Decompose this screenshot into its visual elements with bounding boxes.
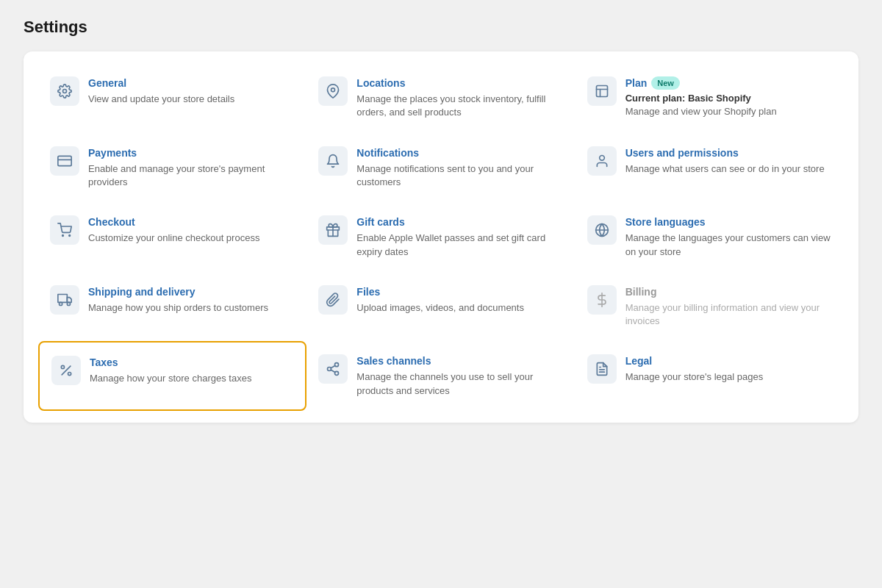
svg-point-17 xyxy=(67,302,70,305)
store-languages-description: Manage the languages your customers can … xyxy=(625,232,832,258)
setting-item-gift-cards[interactable]: Gift cardsEnable Apple Wallet passes and… xyxy=(306,202,575,272)
svg-marker-15 xyxy=(67,297,71,302)
gift-cards-title: Gift cards xyxy=(356,215,563,229)
locations-title: Locations xyxy=(356,76,563,90)
billing-text: BillingManage your billing information a… xyxy=(625,285,832,329)
payments-title: Payments xyxy=(88,146,295,159)
svg-rect-2 xyxy=(596,86,607,97)
users-permissions-icon xyxy=(587,146,617,176)
notifications-title: Notifications xyxy=(356,146,563,159)
setting-item-general[interactable]: GeneralView and update your store detail… xyxy=(38,63,306,133)
setting-item-notifications[interactable]: NotificationsManage notifications sent t… xyxy=(306,133,575,203)
plan-title: PlanNew xyxy=(625,76,832,90)
plan-badge: New xyxy=(651,76,680,90)
billing-title: Billing xyxy=(625,285,832,298)
setting-item-billing[interactable]: BillingManage your billing information a… xyxy=(576,272,844,342)
svg-point-8 xyxy=(62,235,64,237)
svg-point-0 xyxy=(63,90,67,93)
plan-icon xyxy=(587,76,617,106)
taxes-text: TaxesManage how your store charges taxes xyxy=(90,356,293,385)
notifications-text: NotificationsManage notifications sent t… xyxy=(356,146,563,190)
locations-icon xyxy=(318,76,348,106)
general-icon xyxy=(50,76,79,106)
svg-line-19 xyxy=(62,366,71,375)
svg-rect-14 xyxy=(58,294,68,302)
users-permissions-description: Manage what users can see or do in your … xyxy=(625,162,832,176)
sales-channels-text: Sales channelsManage the channels you us… xyxy=(356,354,563,398)
svg-point-21 xyxy=(68,373,71,376)
setting-item-locations[interactable]: LocationsManage the places you stock inv… xyxy=(306,63,575,133)
general-title: General xyxy=(88,76,295,90)
setting-item-sales-channels[interactable]: Sales channelsManage the channels you us… xyxy=(306,341,575,411)
svg-point-20 xyxy=(61,366,64,369)
users-permissions-title: Users and permissions xyxy=(625,146,832,159)
files-text: FilesUpload images, videos, and document… xyxy=(356,285,563,315)
sales-channels-description: Manage the channels you use to sell your… xyxy=(356,370,563,397)
files-title: Files xyxy=(356,285,563,298)
setting-item-shipping-delivery[interactable]: Shipping and deliveryManage how you ship… xyxy=(38,272,306,342)
files-icon xyxy=(318,285,348,315)
files-description: Upload images, videos, and documents xyxy=(356,301,563,315)
setting-item-legal[interactable]: LegalManage your store's legal pages xyxy=(576,341,844,411)
checkout-text: CheckoutCustomize your online checkout p… xyxy=(88,215,295,245)
shipping-delivery-title: Shipping and delivery xyxy=(88,285,295,298)
users-permissions-text: Users and permissionsManage what users c… xyxy=(625,146,832,176)
payments-text: PaymentsEnable and manage your store's p… xyxy=(88,146,295,190)
locations-description: Manage the places you stock inventory, f… xyxy=(356,93,563,119)
plan-description: Manage and view your Shopify plan xyxy=(625,105,832,118)
store-languages-title: Store languages xyxy=(625,215,832,229)
svg-point-16 xyxy=(60,302,62,305)
settings-grid: GeneralView and update your store detail… xyxy=(38,63,844,411)
shipping-delivery-icon xyxy=(50,285,79,315)
page-title: Settings xyxy=(24,18,858,37)
svg-line-26 xyxy=(331,366,335,368)
plan-subtitle: Current plan: Basic Shopify xyxy=(625,93,832,104)
checkout-description: Customize your online checkout process xyxy=(88,232,295,245)
billing-icon xyxy=(587,285,617,315)
svg-rect-5 xyxy=(58,156,71,165)
billing-description: Manage your billing information and view… xyxy=(625,301,832,328)
legal-text: LegalManage your store's legal pages xyxy=(625,354,832,384)
shipping-delivery-text: Shipping and deliveryManage how you ship… xyxy=(88,285,295,315)
plan-text: PlanNewCurrent plan: Basic ShopifyManage… xyxy=(625,76,832,118)
gift-cards-description: Enable Apple Wallet passes and set gift … xyxy=(356,232,563,258)
payments-icon xyxy=(50,146,79,176)
general-text: GeneralView and update your store detail… xyxy=(88,76,295,106)
payments-description: Enable and manage your store's payment p… xyxy=(88,162,295,189)
locations-text: LocationsManage the places you stock inv… xyxy=(356,76,563,120)
setting-item-payments[interactable]: PaymentsEnable and manage your store's p… xyxy=(38,133,306,203)
shipping-delivery-description: Manage how you ship orders to customers xyxy=(88,301,295,315)
svg-point-1 xyxy=(331,88,335,92)
setting-item-plan[interactable]: PlanNewCurrent plan: Basic ShopifyManage… xyxy=(576,63,844,133)
notifications-icon xyxy=(318,146,348,176)
setting-item-files[interactable]: FilesUpload images, videos, and document… xyxy=(306,272,575,342)
svg-point-9 xyxy=(69,235,71,237)
sales-channels-icon xyxy=(318,354,348,384)
legal-description: Manage your store's legal pages xyxy=(625,370,832,384)
store-languages-text: Store languagesManage the languages your… xyxy=(625,215,832,259)
taxes-icon xyxy=(51,356,81,385)
legal-icon xyxy=(587,354,617,384)
checkout-icon xyxy=(50,215,79,245)
setting-item-taxes[interactable]: TaxesManage how your store charges taxes xyxy=(38,341,306,411)
gift-cards-text: Gift cardsEnable Apple Wallet passes and… xyxy=(356,215,563,259)
settings-card: GeneralView and update your store detail… xyxy=(24,51,858,423)
setting-item-checkout[interactable]: CheckoutCustomize your online checkout p… xyxy=(38,202,306,272)
notifications-description: Manage notifications sent to you and you… xyxy=(356,162,563,189)
taxes-description: Manage how your store charges taxes xyxy=(90,372,293,385)
checkout-title: Checkout xyxy=(88,215,295,229)
svg-point-7 xyxy=(599,155,604,160)
setting-item-store-languages[interactable]: Store languagesManage the languages your… xyxy=(576,202,844,272)
store-languages-icon xyxy=(587,215,617,245)
sales-channels-title: Sales channels xyxy=(356,354,563,368)
taxes-title: Taxes xyxy=(90,356,293,369)
general-description: View and update your store details xyxy=(88,93,295,106)
gift-cards-icon xyxy=(318,215,348,245)
svg-line-25 xyxy=(331,370,335,373)
setting-item-users-permissions[interactable]: Users and permissionsManage what users c… xyxy=(576,133,844,203)
legal-title: Legal xyxy=(625,354,832,368)
